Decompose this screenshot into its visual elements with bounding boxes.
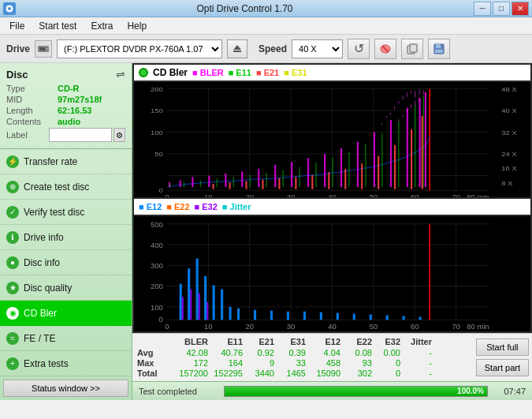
svg-text:24 X: 24 X: [501, 151, 517, 158]
svg-rect-73: [283, 170, 284, 187]
svg-rect-144: [188, 268, 190, 320]
sidebar-item-extra-tests[interactable]: + Extra tests: [0, 351, 132, 376]
verify-test-disc-icon: ✓: [6, 206, 19, 219]
start-part-button[interactable]: Start part: [476, 359, 529, 376]
table-max-e12: 458: [306, 358, 340, 368]
drive-select[interactable]: (F:) PLEXTOR DVDR PX-760A 1.07: [57, 39, 222, 58]
svg-rect-89: [311, 175, 313, 189]
sidebar: Disc ⇌ Type CD-R MID 97m27s18f Length 62…: [0, 63, 132, 400]
extra-tests-icon: +: [6, 357, 19, 370]
svg-rect-161: [419, 317, 422, 320]
svg-rect-81: [415, 105, 415, 187]
sidebar-item-create-test-disc[interactable]: ⊕ Create test disc: [0, 174, 132, 200]
drivebar: Drive (F:) PLEXTOR DVDR PX-760A 1.07 Spe…: [0, 35, 532, 63]
svg-rect-154: [303, 312, 306, 320]
close-button[interactable]: ✕: [512, 2, 529, 16]
menubar: File Start test Extra Help: [0, 17, 532, 35]
svg-rect-67: [184, 182, 184, 187]
disc-label-row: Label ⚙: [6, 128, 125, 142]
svg-text:60: 60: [411, 323, 419, 331]
disc-label-button[interactable]: ⚙: [113, 128, 125, 142]
chart1-title: CD Bler: [153, 67, 188, 78]
menu-start-test[interactable]: Start test: [32, 19, 83, 33]
svg-text:200: 200: [151, 283, 163, 291]
svg-rect-147: [213, 286, 215, 320]
window-title: Opti Drive Control 1.70: [16, 3, 474, 14]
table-total-e32: 0: [372, 368, 400, 378]
chart2-svg: 500 400 300 200 100 0 0 10 20 30 40 50 6…: [134, 216, 530, 331]
svg-rect-105: [415, 92, 415, 97]
sidebar-item-transfer-rate-label: Transfer rate: [24, 156, 77, 167]
svg-rect-80: [398, 121, 399, 187]
copy-button[interactable]: [401, 39, 423, 59]
erase-button[interactable]: [374, 39, 396, 59]
status-window-button[interactable]: Status window >>: [3, 380, 128, 397]
minimize-button[interactable]: ─: [474, 2, 491, 16]
drive-icon: [35, 40, 52, 58]
svg-rect-49: [180, 181, 181, 188]
svg-rect-150: [237, 309, 240, 320]
speed-select[interactable]: 40 X: [292, 39, 343, 58]
svg-rect-146: [204, 276, 206, 320]
disc-panel: Disc ⇌ Type CD-R MID 97m27s18f Length 62…: [0, 63, 132, 149]
svg-rect-78: [365, 144, 366, 187]
svg-rect-6: [233, 51, 241, 52]
status-text: Test completed: [139, 387, 218, 396]
svg-text:10: 10: [204, 323, 212, 331]
svg-rect-101: [398, 101, 399, 103]
disc-collapse-button[interactable]: ⇌: [116, 68, 125, 80]
chart2-titlebar: ■ E12 ■ E22 ■ E32 ■ Jitter: [134, 199, 530, 215]
svg-rect-79: [381, 133, 382, 187]
disc-label-input[interactable]: [49, 128, 112, 142]
sidebar-item-cd-bler[interactable]: ◉ CD Bler: [0, 301, 132, 326]
disc-contents-value: audio: [58, 117, 80, 126]
sidebar-item-fe-te[interactable]: ≈ FE / TE: [0, 326, 132, 351]
legend-e21: ■ E21: [256, 68, 279, 77]
sidebar-item-disc-quality[interactable]: ★ Disc quality: [0, 275, 132, 301]
svg-rect-13: [435, 50, 443, 53]
svg-text:0: 0: [158, 316, 162, 324]
menu-extra[interactable]: Extra: [84, 19, 119, 33]
legend-e12: ■ E12: [139, 202, 162, 211]
window-controls: ─ □ ✕: [474, 2, 529, 16]
eject-button[interactable]: [227, 39, 247, 58]
sidebar-item-transfer-rate[interactable]: ⚡ Transfer rate: [0, 149, 132, 174]
legend-e11: ■ E11: [229, 68, 251, 77]
sidebar-item-verify-test-disc[interactable]: ✓ Verify test disc: [0, 200, 132, 225]
maximize-button[interactable]: □: [493, 2, 510, 16]
svg-rect-12: [436, 44, 441, 48]
start-full-button[interactable]: Start full: [476, 339, 529, 356]
table-header-e31: E31: [274, 337, 306, 346]
sidebar-item-disc-quality-label: Disc quality: [24, 282, 72, 294]
cd-bler-icon: ◉: [6, 307, 19, 320]
transfer-rate-icon: ⚡: [6, 155, 19, 168]
table-header-jitter: Jitter: [400, 337, 432, 346]
disc-mid-row: MID 97m27s18f: [6, 95, 125, 104]
disc-info-icon: ●: [6, 256, 19, 269]
disc-type-row: Type CD-R: [6, 84, 125, 93]
table-avg-e11: 40.76: [208, 348, 243, 357]
svg-rect-159: [386, 316, 389, 320]
svg-rect-10: [410, 44, 417, 52]
menu-help[interactable]: Help: [121, 19, 153, 33]
svg-rect-62: [390, 120, 392, 187]
svg-rect-74: [299, 166, 300, 187]
refresh-button[interactable]: ↺: [348, 39, 370, 59]
table-total-e22: 302: [340, 368, 372, 378]
svg-text:100: 100: [151, 129, 163, 137]
table-max-e22: 93: [340, 358, 372, 368]
svg-text:80 min: 80 min: [467, 193, 489, 197]
svg-rect-55: [274, 165, 276, 187]
menu-file[interactable]: File: [3, 19, 31, 33]
svg-rect-59: [340, 148, 342, 187]
data-section: BLER E11 E21 E31 E12 E22 E32 Jitter Avg …: [132, 333, 532, 381]
svg-rect-153: [287, 312, 289, 320]
sidebar-item-drive-info[interactable]: ℹ Drive info: [0, 225, 132, 250]
table-total-e12: 15090: [306, 368, 340, 378]
svg-text:50: 50: [370, 193, 378, 197]
save-button[interactable]: [428, 39, 450, 59]
sidebar-item-disc-info[interactable]: ● Disc info: [0, 250, 132, 275]
legend-e31: ■ E31: [284, 68, 307, 77]
svg-rect-66: [169, 184, 170, 187]
table-avg-e22: 0.08: [340, 348, 372, 357]
